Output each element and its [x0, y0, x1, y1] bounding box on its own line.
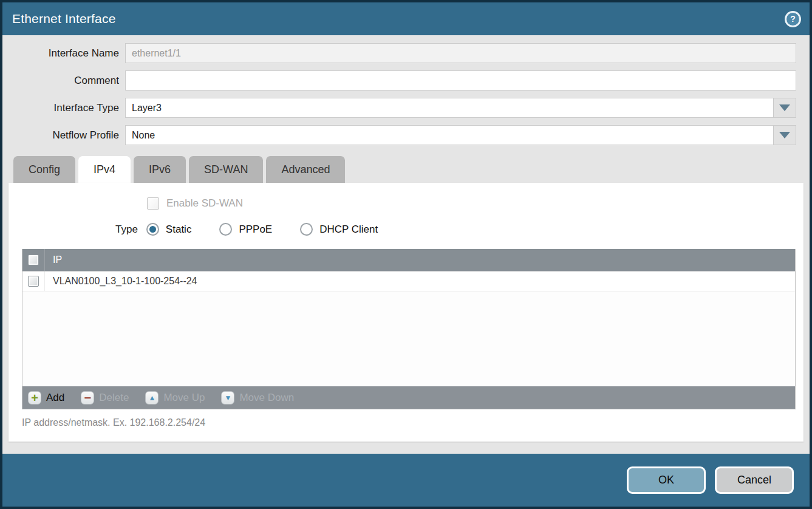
interface-type-dropdown[interactable]: Layer3 [125, 98, 796, 118]
dialog-footer: OK Cancel [2, 454, 810, 507]
type-radio-group: Static PPPoE DHCP Client [146, 223, 406, 236]
netflow-profile-row: Netflow Profile None [2, 125, 796, 145]
ip-format-hint: IP address/netmask. Ex. 192.168.2.254/24 [22, 417, 803, 434]
delete-button-label: Delete [99, 392, 129, 404]
radio-dhcp-client-label: DHCP Client [319, 224, 378, 236]
select-all-cell [22, 249, 45, 271]
form-area: Interface Name Comment Interface Type La… [2, 35, 810, 152]
ip-cell: VLAN0100_L3_10-1-100-254--24 [45, 276, 197, 287]
radio-button-icon [146, 223, 159, 236]
radio-pppoe-label: PPPoE [239, 224, 272, 236]
ip-column-header: IP [45, 254, 62, 265]
dialog-title: Ethernet Interface [12, 12, 116, 26]
tab-sdwan[interactable]: SD-WAN [189, 156, 263, 183]
tab-ipv4[interactable]: IPv4 [78, 156, 131, 183]
plus-icon: + [28, 391, 41, 405]
move-down-button[interactable]: ▼ Move Down [221, 391, 294, 405]
add-button[interactable]: + Add [28, 391, 64, 405]
comment-field-wrap [125, 70, 796, 91]
interface-name-label: Interface Name [2, 47, 125, 60]
delete-button[interactable]: − Delete [81, 391, 129, 405]
comment-input[interactable] [126, 71, 796, 90]
radio-static[interactable]: Static [146, 223, 192, 236]
help-icon[interactable]: ? [785, 11, 801, 27]
tab-strip: Config IPv4 IPv6 SD-WAN Advanced [2, 152, 810, 183]
enable-sdwan-label: Enable SD-WAN [166, 197, 243, 210]
netflow-profile-label: Netflow Profile [2, 129, 125, 142]
move-down-button-label: Move Down [239, 392, 294, 404]
footer-gap [2, 442, 810, 454]
enable-sdwan-row: Enable SD-WAN [147, 197, 803, 210]
dialog-titlebar: Ethernet Interface ? [2, 2, 810, 35]
radio-button-icon [219, 223, 232, 236]
add-button-label: Add [46, 392, 64, 404]
comment-label: Comment [2, 75, 125, 87]
ip-table-header: IP [22, 249, 795, 272]
move-up-button[interactable]: ▲ Move Up [145, 391, 205, 405]
interface-name-row: Interface Name [2, 43, 796, 63]
radio-dhcp-client[interactable]: DHCP Client [300, 223, 378, 236]
table-toolbar: + Add − Delete ▲ Move Up ▼ Move Down [22, 386, 795, 409]
interface-name-input [126, 44, 796, 63]
interface-type-value: Layer3 [126, 103, 168, 114]
cancel-button[interactable]: Cancel [715, 466, 794, 494]
move-up-button-label: Move Up [163, 392, 205, 404]
radio-pppoe[interactable]: PPPoE [219, 223, 272, 236]
type-label: Type [115, 224, 138, 236]
ethernet-interface-dialog: Ethernet Interface ? Interface Name Comm… [0, 0, 812, 509]
question-mark-icon: ? [786, 13, 799, 26]
ip-table-body: VLAN0100_L3_10-1-100-254--24 [22, 272, 795, 386]
select-all-checkbox[interactable] [28, 254, 39, 265]
comment-row: Comment [2, 70, 796, 91]
netflow-profile-dropdown-button[interactable] [773, 126, 796, 145]
interface-name-field-wrap [125, 43, 796, 63]
table-row[interactable]: VLAN0100_L3_10-1-100-254--24 [22, 272, 795, 292]
row-checkbox-cell [22, 272, 45, 291]
radio-button-icon [300, 223, 313, 236]
chevron-down-icon [779, 132, 790, 138]
tab-advanced[interactable]: Advanced [266, 156, 345, 183]
netflow-profile-value: None [126, 130, 161, 141]
interface-type-label: Interface Type [2, 102, 125, 114]
row-checkbox[interactable] [28, 276, 39, 287]
radio-static-label: Static [166, 224, 192, 236]
interface-type-dropdown-button[interactable] [773, 98, 796, 117]
enable-sdwan-checkbox[interactable] [147, 197, 159, 210]
ipv4-tab-panel: Enable SD-WAN Type Static PPPoE DHCP Cli… [9, 183, 803, 442]
tab-ipv6[interactable]: IPv6 [134, 156, 186, 183]
chevron-down-icon [779, 104, 790, 111]
netflow-profile-dropdown[interactable]: None [125, 125, 796, 145]
interface-type-row: Interface Type Layer3 [2, 98, 796, 118]
tab-config[interactable]: Config [13, 156, 75, 183]
type-row: Type Static PPPoE DHCP Client [115, 223, 803, 236]
ip-table: IP VLAN0100_L3_10-1-100-254--24 + Add − … [22, 249, 796, 409]
minus-icon: − [81, 391, 94, 405]
ok-button[interactable]: OK [627, 466, 706, 494]
arrow-up-icon: ▲ [145, 391, 159, 405]
arrow-down-icon: ▼ [221, 391, 234, 405]
